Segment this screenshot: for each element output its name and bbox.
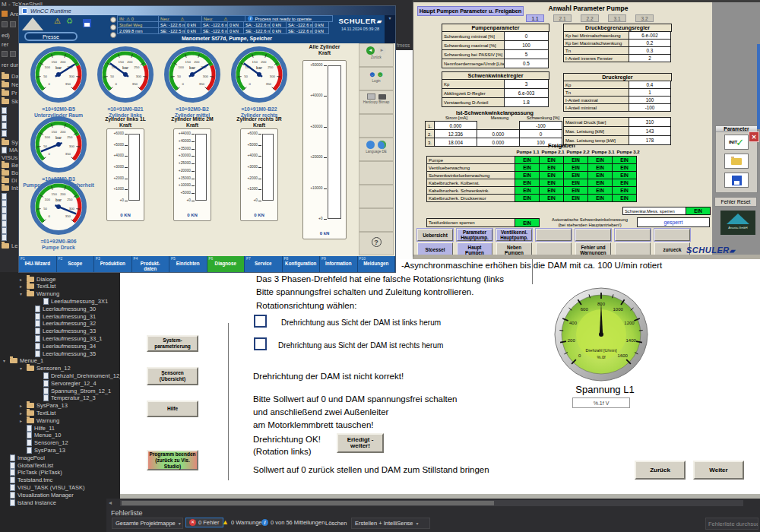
clear-button[interactable]: Löschen: [325, 520, 347, 527]
tree-item-Temperatur_12_3[interactable]: Temperatur_12_3: [36, 394, 96, 402]
error-list-search-input[interactable]: Fehlerliste durchsuche: [705, 518, 758, 530]
rail-item-MA[interactable]: MA: [2, 146, 17, 154]
wincc-title-bar[interactable]: WinCC Runtime: [19, 6, 395, 15]
dialog-left-button-3[interactable]: Programm beenden (zurück zu Vis. Studio): [147, 450, 198, 470]
dialog-left-button-1[interactable]: Sensoren (Übersicht): [147, 367, 198, 385]
fkey-F3[interactable]: F3Produktion: [94, 256, 132, 272]
expand-arrow[interactable]: ▸: [20, 410, 24, 416]
tree-item-Leerlaufmessung_32[interactable]: Leerlaufmessung_32: [28, 320, 96, 328]
expand-arrow[interactable]: ▸: [20, 277, 24, 282]
tree-item-Leerlaufmessung_34[interactable]: Leerlaufmessung_34: [28, 342, 96, 350]
nav2-empty[interactable]: [536, 242, 572, 257]
rail-item-Be[interactable]: Be: [2, 161, 18, 169]
param-value[interactable]: 0.5: [504, 59, 549, 68]
tree-item-Teststand.tmc[interactable]: Teststand.tmc: [3, 477, 52, 484]
presse-button[interactable]: Presse: [24, 32, 78, 41]
build-intellisense-dropdown[interactable]: Erstellen + IntelliSense▾: [351, 518, 430, 529]
strip-cell-4[interactable]: Language DE: [359, 138, 394, 161]
indicator-dot[interactable]: [110, 32, 116, 38]
strip-cell-3[interactable]: [359, 114, 394, 138]
toolbar-icon[interactable]: [10, 51, 16, 57]
tree-item-Warnung[interactable]: ▸Warnung: [20, 416, 59, 424]
tree-item-Warnung[interactable]: ▾Warnung: [20, 290, 59, 298]
save-parameter-button[interactable]: [724, 173, 749, 188]
freigabe-ein[interactable]: EIN: [515, 194, 540, 202]
nav1-Parameter Hauptpump.[interactable]: Parameter Hauptpump.: [457, 229, 492, 241]
next-button[interactable]: Weiter: [693, 461, 744, 480]
rail-item-Ne[interactable]: Ne: [2, 81, 19, 88]
nav1-empty[interactable]: [615, 229, 651, 241]
rail-item-Bo[interactable]: Bo: [2, 169, 18, 176]
rail-item-file[interactable]: [2, 122, 9, 129]
rail-item-file[interactable]: [2, 106, 9, 114]
nav1-empty[interactable]: [654, 229, 690, 241]
scope-dropdown[interactable]: Gesamte Projektmappe▾: [112, 518, 183, 529]
expand-arrow[interactable]: ▾: [20, 291, 24, 296]
warning-icon[interactable]: ⚠: [54, 17, 61, 25]
tree-item-Sensoren_12[interactable]: ▾Sensoren_12: [20, 365, 71, 372]
tree-item-Sensoren_12[interactable]: Sensoren_12: [20, 439, 68, 447]
tree-item-VISU_TASK (VISU_TASK)[interactable]: VISU_TASK (VISU_TASK): [3, 483, 85, 491]
test-sperren-ein[interactable]: EIN: [515, 218, 540, 227]
forward-icon[interactable]: ►: [378, 46, 386, 55]
rail-item-Da[interactable]: Da: [2, 72, 19, 80]
close-icon[interactable]: ✕: [749, 131, 759, 142]
tree-item-Spannung_Strom_12_1[interactable]: Spannung_Strom_12_1: [36, 387, 111, 394]
freigabe-ein[interactable]: EIN: [563, 194, 588, 202]
tree-item-tstand Instance[interactable]: tstand Instance: [3, 499, 56, 506]
tree-item-SysPara_13[interactable]: SysPara_13: [20, 446, 65, 454]
expand-arrow[interactable]: ▾: [20, 366, 24, 371]
fkey-F10[interactable]: F10Meldungen: [358, 256, 396, 272]
init-button[interactable]: INIT ✓: [724, 135, 749, 150]
nav2-Haupt Pumpen[interactable]: Haupt Pumpen: [457, 242, 492, 257]
rail-item-Le[interactable]: Le: [2, 242, 17, 249]
rail-item-file[interactable]: [2, 21, 18, 28]
tree-item-Servoregler_12_4[interactable]: Servoregler_12_4: [36, 379, 97, 387]
tree-item-Menue_1[interactable]: ▾Menue_1: [3, 357, 43, 365]
rail-item-file[interactable]: [2, 129, 9, 137]
strip-cell-6[interactable]: [359, 185, 394, 208]
fkey-F2[interactable]: F2Scope: [57, 256, 95, 272]
back-button[interactable]: Zurück: [635, 461, 686, 480]
fkey-F7[interactable]: F7Service: [245, 256, 283, 272]
messages-filter-button[interactable]: i 0 von 56 Mitteilungen: [261, 519, 325, 526]
tree-item-Leerlaufmessung_33_1[interactable]: Leerlaufmessung_33_1: [28, 334, 102, 342]
param-value[interactable]: -100: [629, 103, 671, 112]
param-value[interactable]: 2: [629, 54, 671, 62]
checkbox-links[interactable]: [254, 315, 267, 328]
nav2-Neben Pumpen[interactable]: Neben Pumpen: [496, 242, 532, 257]
expand-arrow[interactable]: ▾: [3, 358, 8, 363]
pump-tab-2.1[interactable]: 2.1: [553, 14, 572, 22]
strip-cell-5[interactable]: [359, 161, 394, 185]
nav2-zurueck[interactable]: zurueck: [654, 242, 690, 257]
tree-item-Leerlaufmessung_3X1[interactable]: Leerlaufmessung_3X1: [36, 297, 108, 305]
save-icon[interactable]: [83, 19, 91, 27]
freigabe-ein[interactable]: EIN: [612, 194, 637, 202]
freigabe-ein[interactable]: EIN: [539, 194, 564, 202]
rail-item-Inb[interactable]: Inb: [2, 184, 19, 192]
fkey-F8[interactable]: F8Konfiguration: [283, 256, 321, 272]
rail-item-file[interactable]: [2, 50, 18, 58]
tree-item-Dialoge[interactable]: ▸Dialoge: [20, 275, 55, 283]
tree-item-Menue_10[interactable]: Menue_10: [20, 432, 61, 439]
tree-item-ImagePool[interactable]: ImagePool: [3, 454, 45, 461]
recycle-icon[interactable]: ♻: [66, 17, 73, 25]
nav2-Fehler und Warnungen[interactable]: Fehler und Warnungen: [575, 242, 611, 257]
schwenk-mess-ein[interactable]: EIN: [686, 207, 711, 215]
strip-cell-8[interactable]: ?: [359, 232, 394, 255]
nav1-empty[interactable]: [536, 229, 572, 241]
tree-item-Leerlaufmessung_31[interactable]: Leerlaufmessung_31: [28, 312, 96, 320]
ist-value[interactable]: 18.004: [434, 138, 477, 147]
dialog-left-button-2[interactable]: Hilfe: [147, 401, 198, 417]
fkey-F9[interactable]: F9Information: [320, 256, 358, 272]
fkey-F6[interactable]: F6Diagnose: [207, 256, 245, 272]
fkey-F4[interactable]: F4Produkt- daten: [132, 256, 170, 272]
rail-item-file[interactable]: [2, 114, 9, 122]
fkey-F1[interactable]: F1IHU-Wizard: [19, 256, 57, 272]
nav1-empty[interactable]: [575, 229, 611, 241]
checkbox-rechts[interactable]: [254, 337, 267, 350]
rail-item-file[interactable]: [2, 233, 9, 241]
expand-arrow[interactable]: ▸: [20, 418, 24, 423]
tree-item-PlcTask (PlcTask)[interactable]: PlcTask (PlcTask): [3, 469, 62, 477]
tree-item-Visualization Manager[interactable]: Visualization Manager: [3, 491, 74, 499]
